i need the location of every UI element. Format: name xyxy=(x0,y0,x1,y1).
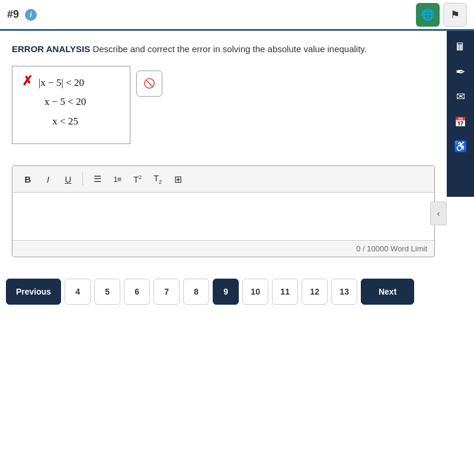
page-button-9[interactable]: 9 xyxy=(213,279,239,305)
unordered-list-icon: ☰ xyxy=(94,174,101,184)
annotation-icon: 🚫 xyxy=(143,78,155,89)
underline-button[interactable]: U xyxy=(60,171,76,187)
page-button-7[interactable]: 7 xyxy=(153,279,180,305)
accessibility-icon: ♿ xyxy=(454,140,467,153)
question-label-bold: ERROR ANALYSIS xyxy=(12,44,90,54)
info-badge[interactable]: i xyxy=(25,9,37,21)
collapse-handle[interactable]: ‹ xyxy=(430,202,447,225)
x-mark: ✗ xyxy=(22,75,33,88)
next-button[interactable]: Next xyxy=(361,279,414,305)
calculator-button[interactable]: 🖩 xyxy=(449,36,472,58)
math-line-2: x − 5 < 20 xyxy=(44,94,86,111)
chevron-left-icon: ‹ xyxy=(437,209,440,218)
table-icon: ⊞ xyxy=(174,174,182,185)
calculator-icon: 🖩 xyxy=(455,41,466,53)
page-button-6[interactable]: 6 xyxy=(124,279,150,305)
ordered-list-button[interactable]: 1≡ xyxy=(109,171,126,187)
flag-button[interactable]: ⚑ xyxy=(443,3,467,27)
superscript-icon: T2 xyxy=(133,174,142,184)
header-right: 🌐 ⚑ xyxy=(416,3,467,27)
unordered-list-button[interactable]: ☰ xyxy=(89,171,105,187)
editor-toolbar: B I U ☰ 1≡ T2 T2 ⊞ xyxy=(12,166,434,193)
question-label: ERROR ANALYSIS Describe and correct the … xyxy=(12,43,435,56)
annotation-button[interactable]: 🚫 xyxy=(136,71,162,97)
subscript-icon: T2 xyxy=(153,173,162,185)
pagination: Previous 4 5 6 7 8 9 10 11 12 13 Next xyxy=(0,269,474,314)
accessibility-button[interactable]: ♿ xyxy=(449,135,472,158)
toolbar-divider-1 xyxy=(82,172,83,186)
table-button[interactable]: ⊞ xyxy=(169,171,186,187)
word-limit-text: 0 / 10000 Word Limit xyxy=(356,244,427,253)
math-line-1: |x − 5| < 20 xyxy=(39,77,84,88)
right-sidebar: 🖩 ✒ ✉ 📅 ♿ xyxy=(447,31,474,197)
page-button-5[interactable]: 5 xyxy=(94,279,120,305)
editor-container: B I U ☰ 1≡ T2 T2 ⊞ 0 / 10000 Word Limit xyxy=(12,165,435,257)
page-button-8[interactable]: 8 xyxy=(183,279,209,305)
subscript-button[interactable]: T2 xyxy=(149,171,166,187)
calendar-icon: 📅 xyxy=(454,116,466,127)
calendar-button[interactable]: 📅 xyxy=(449,110,472,133)
bold-button[interactable]: B xyxy=(20,171,36,187)
header-left: #9 i xyxy=(7,8,37,21)
ordered-list-icon: 1≡ xyxy=(114,175,121,184)
pen-icon: ✒ xyxy=(456,65,466,79)
math-line-3: x < 25 xyxy=(44,113,86,130)
globe-button[interactable]: 🌐 xyxy=(416,3,440,27)
envelope-icon: ✉ xyxy=(456,90,465,103)
superscript-button[interactable]: T2 xyxy=(129,171,146,187)
envelope-button[interactable]: ✉ xyxy=(449,85,472,108)
page-button-13[interactable]: 13 xyxy=(331,279,357,305)
pen-button[interactable]: ✒ xyxy=(449,60,472,83)
editor-footer: 0 / 10000 Word Limit xyxy=(12,240,434,257)
question-number: #9 xyxy=(7,8,19,21)
math-equations: |x − 5| < 20 x − 5 < 20 x < 25 xyxy=(39,75,86,131)
math-box-header: ✗ |x − 5| < 20 x − 5 < 20 x < 25 xyxy=(22,75,120,131)
editor-body[interactable] xyxy=(12,193,434,240)
header: #9 i 🌐 ⚑ xyxy=(0,0,474,31)
math-box: ✗ |x − 5| < 20 x − 5 < 20 x < 25 xyxy=(12,66,130,145)
page-button-4[interactable]: 4 xyxy=(65,279,91,305)
page-button-12[interactable]: 12 xyxy=(302,279,328,305)
globe-icon: 🌐 xyxy=(421,8,434,21)
italic-button[interactable]: I xyxy=(40,171,56,187)
page-button-10[interactable]: 10 xyxy=(242,279,268,305)
flag-icon: ⚑ xyxy=(450,8,460,21)
page-button-11[interactable]: 11 xyxy=(272,279,298,305)
previous-button[interactable]: Previous xyxy=(6,279,61,305)
main-content: ERROR ANALYSIS Describe and correct the … xyxy=(0,31,447,269)
question-label-text: Describe and correct the error in solvin… xyxy=(90,44,367,54)
